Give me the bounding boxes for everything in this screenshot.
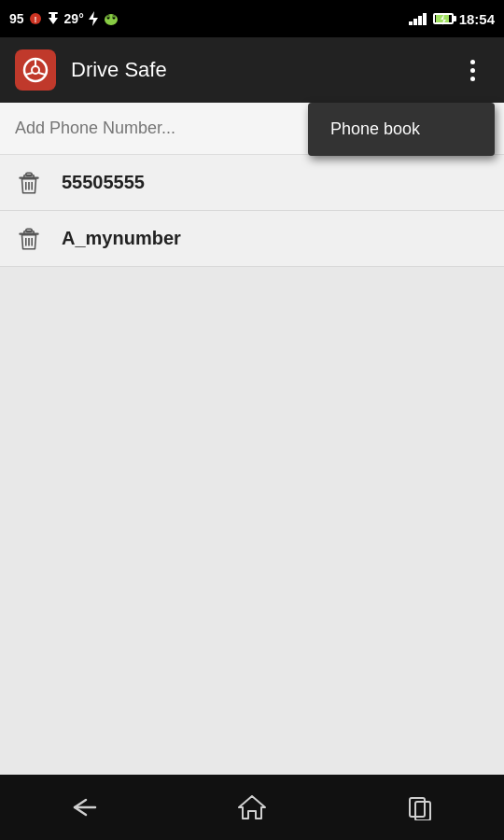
status-bar-right: 18:54 (409, 11, 495, 27)
overflow-dot-1 (470, 60, 475, 64)
app-bar: Drive Safe (0, 37, 504, 103)
recents-button[interactable] (392, 789, 448, 826)
status-bar-left: 95 ! 29° (9, 11, 119, 26)
overflow-menu-button[interactable] (455, 53, 489, 87)
status-percentage: 95 (9, 11, 24, 26)
lightning-icon (89, 11, 98, 26)
contact-1-label: 55505555 (62, 172, 145, 193)
delete-button-2[interactable] (15, 225, 43, 253)
svg-marker-33 (239, 796, 265, 819)
download-icon (47, 11, 60, 26)
signal-icon (409, 12, 427, 25)
back-button[interactable] (56, 789, 112, 826)
battery-icon (433, 13, 454, 24)
mascot-icon (103, 11, 119, 26)
svg-point-16 (32, 66, 39, 74)
overflow-dot-3 (470, 77, 475, 81)
svg-rect-12 (418, 16, 422, 25)
main-content-area (0, 267, 504, 840)
svg-line-18 (26, 73, 33, 75)
list-item: A_mynumber (0, 211, 504, 267)
notification-icon: ! (29, 11, 42, 26)
app-logo (15, 49, 56, 91)
svg-rect-9 (113, 15, 115, 18)
home-button[interactable] (224, 789, 280, 826)
svg-rect-10 (409, 21, 413, 25)
svg-marker-4 (89, 11, 98, 26)
svg-rect-2 (49, 12, 58, 14)
status-bar: 95 ! 29° 18:54 (0, 0, 504, 37)
svg-line-19 (39, 73, 46, 75)
svg-point-5 (105, 14, 118, 25)
dropdown-menu: Phone book (308, 103, 495, 156)
svg-marker-14 (441, 14, 446, 25)
svg-rect-11 (413, 19, 417, 25)
trash-icon-1 (17, 169, 41, 197)
contact-list: 55505555 A_mynumber (0, 155, 504, 267)
battery-charging-icon (438, 14, 449, 25)
steering-wheel-icon (22, 57, 49, 83)
delete-button-1[interactable] (15, 169, 43, 197)
svg-text:!: ! (34, 15, 36, 24)
svg-rect-13 (423, 13, 427, 25)
status-time: 18:54 (459, 11, 495, 27)
svg-marker-3 (49, 14, 58, 24)
trash-icon-2 (17, 225, 41, 253)
back-icon (67, 794, 101, 820)
svg-rect-8 (107, 15, 109, 18)
navigation-bar (0, 775, 504, 840)
contact-2-label: A_mynumber (62, 228, 181, 249)
phone-book-menu-item[interactable]: Phone book (308, 103, 495, 156)
overflow-dot-2 (470, 68, 475, 73)
recents-icon (406, 794, 434, 820)
temperature: 29° (64, 11, 84, 26)
list-item: 55505555 (0, 155, 504, 211)
home-icon (237, 794, 267, 820)
app-title: Drive Safe (71, 58, 455, 82)
